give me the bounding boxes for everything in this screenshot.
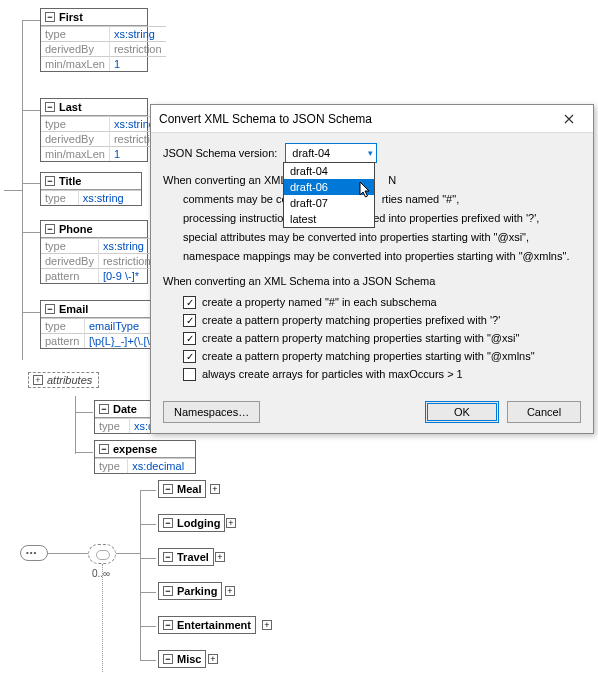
collapse-icon[interactable]: − (45, 102, 55, 112)
close-icon (564, 114, 574, 124)
box-title: Date (113, 403, 137, 415)
choice-glyph (88, 544, 116, 564)
schema-box-expense[interactable]: −expense typexs:decimal (94, 440, 196, 474)
expand-icon[interactable]: + (225, 586, 235, 596)
schema-box-entertainment[interactable]: −Entertainment (158, 616, 256, 634)
schema-box-first[interactable]: −First typexs:string derivedByrestrictio… (40, 8, 148, 72)
schema-box-last[interactable]: −Last typexs:string derivedByrestrictio … (40, 98, 148, 162)
sequence-glyph-main (20, 545, 48, 561)
dropdown-item-draft04[interactable]: draft-04 (284, 163, 374, 179)
para1-line3: special attributes may be converted into… (183, 230, 581, 245)
chevron-down-icon: ▾ (368, 148, 373, 158)
option-create-hash-property[interactable]: ✓ create a property named "#" in each su… (183, 293, 581, 311)
expand-icon[interactable]: + (33, 375, 43, 385)
schema-box-lodging[interactable]: −Lodging (158, 514, 225, 532)
schema-box-phone[interactable]: −Phone typexs:string derivedByrestrictio… (40, 220, 148, 284)
dialog-title: Convert XML Schema to JSON Schema (159, 112, 372, 126)
collapse-icon[interactable]: − (163, 552, 173, 562)
checkbox-icon[interactable]: ✓ (183, 296, 196, 309)
expand-icon[interactable]: + (262, 620, 272, 630)
attributes-label: attributes (47, 374, 92, 386)
box-title: Title (59, 175, 81, 187)
namespaces-button[interactable]: Namespaces… (163, 401, 260, 423)
dropdown-item-draft07[interactable]: draft-07 (284, 195, 374, 211)
collapse-icon[interactable]: − (45, 224, 55, 234)
checkbox-label: create a pattern property matching prope… (202, 332, 519, 344)
dialog-titlebar[interactable]: Convert XML Schema to JSON Schema (151, 105, 593, 133)
schema-box-meal[interactable]: −Meal (158, 480, 206, 498)
collapse-icon[interactable]: − (163, 586, 173, 596)
schema-box-travel[interactable]: −Travel (158, 548, 214, 566)
version-dropdown-list: draft-04 draft-06 draft-07 latest (283, 162, 375, 228)
cancel-button[interactable]: Cancel (507, 401, 581, 423)
expand-icon[interactable]: + (210, 484, 220, 494)
expand-icon[interactable]: + (208, 654, 218, 664)
dropdown-item-draft06[interactable]: draft-06 (284, 179, 374, 195)
checkbox-icon[interactable]: ✓ (183, 350, 196, 363)
para2-head: When converting an XML Schema into a JSO… (163, 274, 581, 289)
attributes-node[interactable]: + attributes (28, 372, 99, 388)
schema-box-misc[interactable]: −Misc (158, 650, 206, 668)
box-title: Email (59, 303, 88, 315)
box-title: Last (59, 101, 82, 113)
checkbox-icon[interactable]: ✓ (183, 332, 196, 345)
schema-box-email[interactable]: −Email typeemailType pattern[\p{L}_-]+(\… (40, 300, 162, 349)
box-title: First (59, 11, 83, 23)
collapse-icon[interactable]: − (45, 12, 55, 22)
collapse-icon[interactable]: − (163, 654, 173, 664)
checkbox-icon[interactable]: ✓ (183, 314, 196, 327)
collapse-icon[interactable]: − (45, 176, 55, 186)
close-button[interactable] (553, 107, 585, 131)
box-title: Phone (59, 223, 93, 235)
collapse-icon[interactable]: − (163, 484, 173, 494)
checkbox-icon[interactable] (183, 368, 196, 381)
option-pattern-question[interactable]: ✓ create a pattern property matching pro… (183, 311, 581, 329)
checkbox-label: create a pattern property matching prope… (202, 314, 500, 326)
ok-button[interactable]: OK (425, 401, 499, 423)
convert-schema-dialog: Convert XML Schema to JSON Schema JSON S… (150, 104, 594, 434)
checkbox-label: always create arrays for particles with … (202, 368, 463, 380)
combo-value: draft-04 (292, 147, 330, 159)
expand-icon[interactable]: + (226, 518, 236, 528)
collapse-icon[interactable]: − (163, 620, 173, 630)
option-always-arrays[interactable]: always create arrays for particles with … (183, 365, 581, 383)
schema-box-parking[interactable]: −Parking (158, 582, 222, 600)
collapse-icon[interactable]: − (99, 444, 109, 454)
dropdown-item-latest[interactable]: latest (284, 211, 374, 227)
collapse-icon[interactable]: − (99, 404, 109, 414)
para1-line4: namespace mappings may be converted into… (183, 249, 581, 264)
collapse-icon[interactable]: − (163, 518, 173, 528)
collapse-icon[interactable]: − (45, 304, 55, 314)
version-label: JSON Schema version: (163, 147, 277, 159)
para1-line1: comments may be co rties named "#", (183, 192, 581, 207)
box-title: expense (113, 443, 157, 455)
version-combobox[interactable]: draft-04 ▾ (285, 143, 377, 163)
option-pattern-xmlns[interactable]: ✓ create a pattern property matching pro… (183, 347, 581, 365)
checkbox-label: create a property named "#" in each subs… (202, 296, 437, 308)
expand-icon[interactable]: + (215, 552, 225, 562)
para1-line2: processing instructions may be converted… (183, 211, 581, 226)
option-pattern-xsi[interactable]: ✓ create a pattern property matching pro… (183, 329, 581, 347)
checkbox-label: create a pattern property matching prope… (202, 350, 535, 362)
schema-box-title[interactable]: −Title typexs:string (40, 172, 142, 206)
